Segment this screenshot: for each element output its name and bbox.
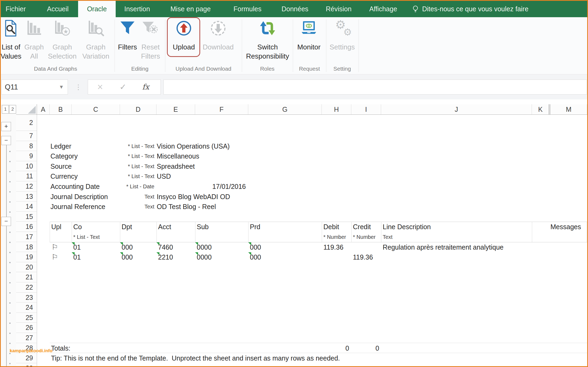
table-header-messages[interactable]: Messages xyxy=(550,222,581,232)
cell-prd[interactable]: 000 xyxy=(250,242,261,252)
field-value[interactable]: Vision Operations (USA) xyxy=(157,141,230,151)
row-header[interactable]: 26 xyxy=(16,323,37,333)
tab-affichage[interactable]: Affichage xyxy=(369,1,397,17)
outline-collapse-button[interactable]: − xyxy=(1,136,11,145)
cell-line-description[interactable]: Regulation après retraitement analytique xyxy=(383,242,503,252)
field-label[interactable]: Currency xyxy=(50,171,78,181)
row-header[interactable]: 8 xyxy=(16,141,37,151)
column-header-k[interactable]: K xyxy=(532,104,549,114)
column-header-g[interactable]: G xyxy=(248,104,322,114)
tab-revision[interactable]: Révision xyxy=(326,1,352,17)
cell-credit[interactable]: 119.36 xyxy=(353,252,373,262)
upload-flag-icon[interactable]: ⚐ xyxy=(52,242,62,252)
tab-insertion[interactable]: Insertion xyxy=(124,1,150,17)
tab-formules[interactable]: Formules xyxy=(233,1,261,17)
row-header[interactable]: 10 xyxy=(16,161,37,171)
cell-sub[interactable]: 0000 xyxy=(197,242,212,252)
table-header-co[interactable]: Co xyxy=(73,222,82,232)
row-header[interactable]: 11 xyxy=(16,171,37,181)
field-value[interactable]: 17/01/2016 xyxy=(195,181,246,192)
table-column-line xyxy=(195,222,195,242)
table-header-debit[interactable]: Debit xyxy=(323,222,339,232)
insert-function-icon[interactable]: fx xyxy=(136,80,155,94)
cell-dpt[interactable]: 000 xyxy=(122,242,133,252)
cell-co[interactable]: 01 xyxy=(73,242,81,252)
row-header[interactable]: 29 xyxy=(16,353,37,363)
tab-accueil[interactable]: Accueil xyxy=(47,1,69,17)
field-label[interactable]: Category xyxy=(50,151,78,161)
row-header[interactable]: 14 xyxy=(16,202,37,212)
name-box-dropdown-icon[interactable]: ▼ xyxy=(59,80,64,94)
row-header[interactable]: 24 xyxy=(16,303,37,313)
tab-mise-en-page[interactable]: Mise en page xyxy=(170,1,211,17)
tab-fichier[interactable]: Fichier xyxy=(6,1,26,17)
column-header-c[interactable]: C xyxy=(72,104,120,114)
formula-input[interactable] xyxy=(163,80,587,95)
field-label[interactable]: Journal Reference xyxy=(50,202,105,212)
row-header[interactable]: 30 xyxy=(16,363,37,366)
row-header[interactable]: 18 xyxy=(16,242,37,252)
row-header[interactable]: 9 xyxy=(16,151,37,161)
row-header[interactable]: 17 xyxy=(16,232,37,242)
field-label[interactable]: Journal Description xyxy=(50,192,108,202)
table-header-upl[interactable]: Upl xyxy=(51,222,61,232)
row-header[interactable]: 23 xyxy=(16,293,37,303)
row-header[interactable]: 25 xyxy=(16,313,37,323)
column-header-b[interactable]: B xyxy=(50,104,72,114)
cell-prd[interactable]: 000 xyxy=(250,252,261,262)
table-header-prd[interactable]: Prd xyxy=(250,222,260,232)
field-value[interactable]: Insyco Blog WebADI OD xyxy=(157,192,230,202)
row-header[interactable]: 15 xyxy=(16,212,37,222)
table-header-sub[interactable]: Sub xyxy=(197,222,209,232)
row-header[interactable]: 22 xyxy=(16,282,37,293)
field-label[interactable]: Ledger xyxy=(50,141,71,151)
field-value[interactable]: Spreadsheet xyxy=(157,161,195,171)
outline-level-2-button[interactable]: 2 xyxy=(9,105,16,114)
column-header-e[interactable]: E xyxy=(156,104,195,114)
tab-oracle-selected[interactable]: Oracle xyxy=(78,1,116,17)
column-header-h[interactable]: H xyxy=(322,104,351,114)
outline-collapse-button[interactable]: − xyxy=(1,217,11,226)
table-header-acct[interactable]: Acct xyxy=(158,222,171,232)
column-header-m[interactable]: M xyxy=(550,104,587,114)
column-header-i[interactable]: I xyxy=(351,104,381,114)
row-header[interactable]: 20 xyxy=(16,262,37,272)
cancel-icon[interactable]: × xyxy=(91,80,109,94)
row-header[interactable]: 21 xyxy=(16,272,37,282)
cell-co[interactable]: 01 xyxy=(73,252,81,262)
outline-expand-button[interactable]: + xyxy=(1,122,11,131)
row-header[interactable]: 16 xyxy=(16,222,37,232)
column-header-d[interactable]: D xyxy=(120,104,156,114)
cell-sub[interactable]: 0000 xyxy=(197,252,212,262)
row-header[interactable]: 19 xyxy=(16,252,37,262)
formula-bar-dots-icon[interactable]: ⋮ xyxy=(75,80,82,95)
field-value[interactable]: Miscellaneous xyxy=(157,151,199,161)
row-header[interactable]: 13 xyxy=(16,192,37,202)
table-header-line-description[interactable]: Line Description xyxy=(383,222,431,232)
totals-credit: 0 xyxy=(351,343,379,353)
row-header[interactable]: 12 xyxy=(16,181,37,192)
field-label[interactable]: Accounting Date xyxy=(50,181,100,192)
outline-level-1-button[interactable]: 1 xyxy=(2,105,9,114)
table-header-dpt[interactable]: Dpt xyxy=(122,222,132,232)
field-value[interactable]: USD xyxy=(157,171,171,181)
tab-donnees[interactable]: Données xyxy=(282,1,308,17)
cell-acct[interactable]: 7460 xyxy=(158,242,173,252)
field-label[interactable]: Source xyxy=(50,161,72,171)
column-header-j[interactable]: J xyxy=(381,104,532,114)
tell-me-box[interactable]: Dites-nous ce que vous voulez faire xyxy=(412,1,528,17)
field-value[interactable]: OD Test Blog - Reel xyxy=(157,202,216,212)
row-header[interactable]: 27 xyxy=(16,333,37,343)
row-header[interactable]: 7 xyxy=(16,131,37,141)
upload-flag-icon[interactable]: ⚐ xyxy=(52,252,62,262)
row-header[interactable]: 2 xyxy=(16,115,37,131)
column-header-a[interactable]: A xyxy=(37,104,50,114)
enter-icon[interactable]: ✓ xyxy=(114,80,132,94)
name-box[interactable]: Q11 ▼ xyxy=(1,80,68,95)
table-header-credit[interactable]: Credit xyxy=(353,222,371,232)
select-all-corner[interactable] xyxy=(16,104,37,114)
cell-acct[interactable]: 2210 xyxy=(158,252,173,262)
cell-dpt[interactable]: 000 xyxy=(122,252,133,262)
column-header-f[interactable]: F xyxy=(195,104,248,114)
cell-debit[interactable]: 119.36 xyxy=(323,242,344,252)
